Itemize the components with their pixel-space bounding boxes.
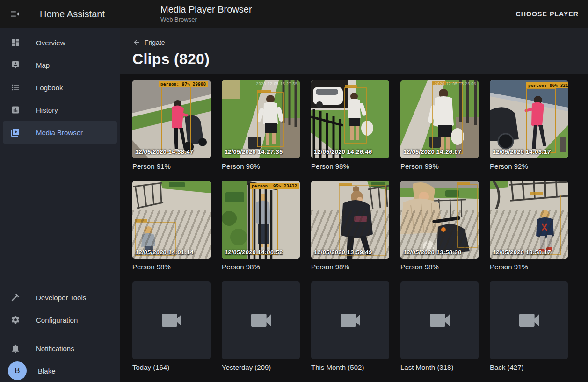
clip-tile[interactable]: 12/05/2020 13:58:30 Person 98% xyxy=(400,181,479,271)
main-content: Frigate Clips (820) xyxy=(120,28,588,382)
breadcrumb[interactable]: Frigate xyxy=(132,38,165,46)
dashboard-icon xyxy=(11,38,20,47)
clip-tile[interactable]: 12/05/2020 14:01:14 Person 98% xyxy=(132,181,211,271)
clip-caption: Person 91% xyxy=(490,263,568,271)
clip-thumbnail: 12/05/2020 14:01:14 xyxy=(132,181,211,259)
top-app-bar: Home Assistant Media Player Browser Web … xyxy=(0,0,588,28)
video-icon xyxy=(516,307,542,333)
media-browser-header: Media Player Browser Web Browser xyxy=(160,4,252,23)
gear-icon xyxy=(11,315,20,324)
sidebar-item-history[interactable]: History xyxy=(3,99,117,121)
timestamp-overlay: 12/05/2020 13:58:30 xyxy=(403,249,462,256)
clip-tile[interactable]: 2020-12-05 15:27:35 12/05/2020 14:27:35 … xyxy=(222,80,300,170)
clip-thumbnail: 12/05/2020 14:26:46 xyxy=(311,80,389,158)
sidebar-item-logbook[interactable]: Logbook xyxy=(3,76,117,99)
page-title: Clips (820) xyxy=(132,50,588,68)
clip-thumbnail: person: 96% 32154 12/05/2020 14:03:17 xyxy=(490,80,568,158)
detection-tag: person: 96% 32154 xyxy=(526,82,568,88)
timestamp-overlay: 12/05/2020 14:01:14 xyxy=(135,249,194,256)
media-header: Frigate Clips (820) xyxy=(120,28,588,74)
avatar: B xyxy=(8,361,27,380)
clip-caption: Person 98% xyxy=(222,162,300,170)
folder-label: Yesterday (209) xyxy=(222,363,300,371)
bell-icon xyxy=(11,344,20,353)
detection-tag: person: 97% 29988 xyxy=(159,81,208,87)
folder-thumbnail xyxy=(132,281,211,359)
clip-caption: Person 98% xyxy=(222,263,300,271)
clip-tile[interactable]: 12/05/2020 14:26:46 Person 98% xyxy=(311,80,389,170)
clip-thumbnail: 12/05/2020 13:58:30 xyxy=(400,181,479,259)
arrow-left-icon xyxy=(132,38,140,46)
clip-tile[interactable]: person: 97% 29988 12/05/2020 14:38:47 Pe… xyxy=(132,80,211,170)
page-header-title: Media Player Browser xyxy=(160,4,252,15)
folder-thumbnail xyxy=(222,281,300,359)
folder-tile-back[interactable]: Back (427) xyxy=(490,281,568,371)
clip-caption: Person 99% xyxy=(400,162,479,170)
sidebar-toggle-icon[interactable] xyxy=(4,3,26,25)
choose-player-button[interactable]: CHOOSE PLAYER xyxy=(516,0,579,28)
detection-tag: person: 95% 23432 xyxy=(250,183,299,189)
video-icon xyxy=(248,307,274,333)
clip-thumbnail: person: 97% 29988 12/05/2020 14:38:47 xyxy=(132,80,211,158)
timestamp-overlay: 12/05/2020 14:27:35 xyxy=(224,148,283,155)
sidebar-item-configuration[interactable]: Configuration xyxy=(3,309,117,331)
video-icon xyxy=(337,307,363,333)
clip-thumbnail: person: 95% 23432 12/05/2020 14:00:52 xyxy=(222,181,300,259)
timestamp-overlay: 12/05/2020 13:59:49 xyxy=(313,249,372,256)
clip-tile[interactable]: 12/05/2020 13:58:17 Person 91% xyxy=(490,181,568,271)
sidebar-divider xyxy=(0,283,120,283)
clip-caption: Person 98% xyxy=(311,263,389,271)
sidebar-item-map[interactable]: Map xyxy=(3,54,117,76)
clip-caption: Person 98% xyxy=(132,263,211,271)
sidebar-item-profile[interactable]: B Blake xyxy=(3,360,117,382)
folder-tile-today[interactable]: Today (164) xyxy=(132,281,211,371)
clip-thumbnail: 2020-12-05 15:26:06 12/05/2020 14:26:07 xyxy=(400,80,479,158)
folder-label: This Month (502) xyxy=(311,363,389,371)
timestamp-overlay: 12/05/2020 14:38:47 xyxy=(135,148,194,155)
camera-osd-text: 2020-12-05 15:27:35 xyxy=(256,81,298,86)
clip-tile[interactable]: 12/05/2020 13:59:49 Person 98% xyxy=(311,181,389,271)
folder-thumbnail xyxy=(490,281,568,359)
clip-tile[interactable]: person: 96% 32154 12/05/2020 14:03:17 Pe… xyxy=(490,80,568,170)
sidebar-item-developer-tools[interactable]: Developer Tools xyxy=(3,286,117,309)
folder-thumbnail xyxy=(311,281,389,359)
clip-thumbnail: 2020-12-05 15:27:35 12/05/2020 14:27:35 xyxy=(222,80,300,158)
account-location-icon xyxy=(11,60,20,70)
folder-tile-this-month[interactable]: This Month (502) xyxy=(311,281,389,371)
timestamp-overlay: 12/05/2020 13:58:17 xyxy=(492,249,551,256)
page-header-subtitle: Web Browser xyxy=(160,16,252,23)
clip-thumbnail: 12/05/2020 13:58:17 xyxy=(490,181,568,259)
folder-label: Last Month (318) xyxy=(400,363,479,371)
clip-caption: Person 98% xyxy=(400,263,479,271)
hammer-icon xyxy=(11,293,20,302)
clip-caption: Person 91% xyxy=(132,162,211,170)
video-icon xyxy=(427,307,453,333)
timestamp-overlay: 12/05/2020 14:26:07 xyxy=(403,148,462,155)
sidebar-divider xyxy=(0,334,120,334)
video-icon xyxy=(159,307,185,333)
folder-thumbnail xyxy=(400,281,479,359)
chart-box-icon xyxy=(11,105,20,115)
folder-label: Today (164) xyxy=(132,363,211,371)
sidebar-item-overview[interactable]: Overview xyxy=(3,31,117,54)
timestamp-overlay: 12/05/2020 14:00:52 xyxy=(224,249,283,256)
clip-caption: Person 98% xyxy=(311,162,389,170)
timestamp-overlay: 12/05/2020 14:26:46 xyxy=(313,148,372,155)
folder-label: Back (427) xyxy=(490,363,568,371)
sidebar-item-media-browser[interactable]: Media Browser xyxy=(3,121,117,144)
clip-caption: Person 92% xyxy=(490,162,568,170)
clip-tile[interactable]: 2020-12-05 15:26:06 12/05/2020 14:26:07 … xyxy=(400,80,479,170)
clip-tile[interactable]: person: 95% 23432 12/05/2020 14:00:52 Pe… xyxy=(222,181,300,271)
sidebar: Overview Map Logbook History Media Brows… xyxy=(0,28,120,382)
sidebar-item-notifications[interactable]: Notifications xyxy=(3,337,117,360)
app-title: Home Assistant xyxy=(40,9,105,20)
timestamp-overlay: 12/05/2020 14:03:17 xyxy=(492,148,551,155)
clip-thumbnail: 12/05/2020 13:59:49 xyxy=(311,181,389,259)
camera-osd-text: 2020-12-05 15:26:06 xyxy=(435,81,476,86)
clips-grid: person: 97% 29988 12/05/2020 14:38:47 Pe… xyxy=(132,80,588,371)
folder-tile-yesterday[interactable]: Yesterday (209) xyxy=(222,281,300,371)
play-box-multiple-icon xyxy=(11,128,20,137)
list-bulleted-icon xyxy=(11,83,20,92)
folder-tile-last-month[interactable]: Last Month (318) xyxy=(400,281,479,371)
